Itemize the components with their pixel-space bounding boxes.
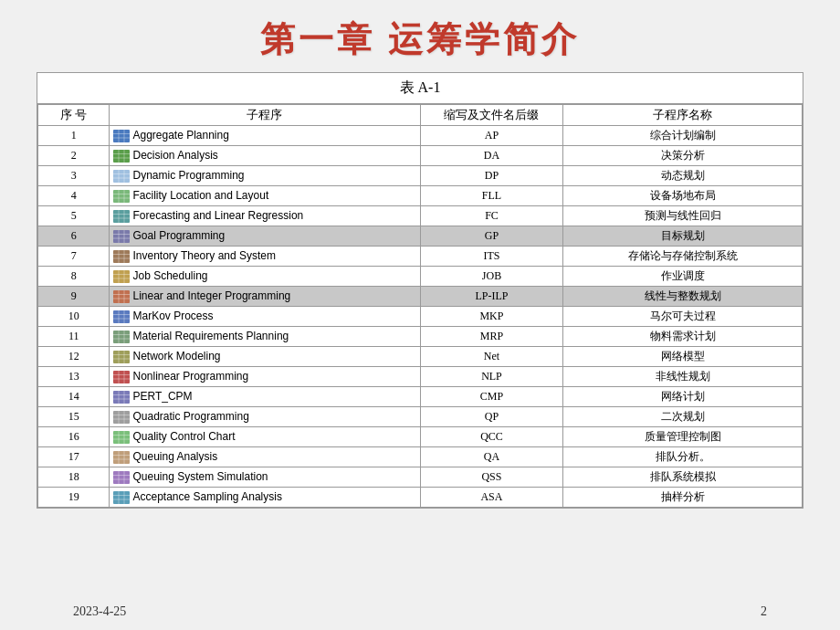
svg-rect-80 (113, 451, 130, 464)
svg-rect-85 (113, 471, 130, 484)
cell-seq: 19 (38, 488, 110, 508)
cell-abbr: QCC (420, 427, 563, 447)
table-row: 10 MarKov ProcessMKP马尔可夫过程 (38, 307, 803, 327)
table-row: 8 Job SchedulingJOB作业调度 (38, 267, 803, 287)
header-prog: 子程序 (110, 105, 420, 126)
cell-name: 预测与线性回归 (563, 206, 803, 226)
prog-label: Aggregate Planning (132, 129, 228, 142)
cell-prog: Material Requirements Planning (110, 327, 420, 347)
cell-prog: Forecasting and Linear Regression (110, 206, 420, 226)
cell-abbr: QSS (420, 467, 563, 488)
cell-seq: 13 (38, 367, 110, 387)
table-row: 12 Network ModelingNet网络模型 (38, 347, 803, 367)
prog-label: Network Modeling (132, 350, 220, 362)
cell-name: 二次规划 (563, 407, 803, 427)
cell-abbr: QP (420, 407, 563, 427)
table-row: 19 Acceptance Sampling AnalysisASA抽样分析 (38, 488, 803, 508)
cell-abbr: ITS (420, 247, 563, 267)
cell-name: 抽样分析 (563, 488, 803, 508)
table-header-row: 序 号 子程序 缩写及文件名后缀 子程序名称 (38, 105, 803, 126)
table-row: 18 Queuing System SimulationQSS排队系统模拟 (38, 467, 803, 488)
row-icon (113, 130, 130, 142)
table-title: 表 A-1 (37, 73, 803, 104)
cell-name: 设备场地布局 (563, 186, 803, 206)
svg-rect-15 (113, 190, 130, 203)
cell-name: 线性与整数规划 (563, 287, 803, 307)
cell-seq: 8 (38, 267, 110, 287)
header-name: 子程序名称 (563, 105, 803, 126)
cell-abbr: NLP (420, 367, 563, 387)
cell-name: 物料需求计划 (563, 327, 803, 347)
cell-seq: 5 (38, 206, 110, 226)
cell-prog: Queuing Analysis (110, 447, 420, 467)
prog-label: Acceptance Sampling Analysis (132, 490, 281, 503)
footer-date: 2023-4-25 (73, 604, 126, 619)
prog-label: Quality Control Chart (132, 430, 235, 443)
svg-rect-90 (113, 491, 130, 504)
cell-abbr: DP (420, 166, 563, 186)
prog-label: Decision Analysis (132, 149, 217, 162)
main-table-container: 表 A-1 序 号 子程序 缩写及文件名后缀 子程序名称 1 Aggregate… (37, 72, 803, 509)
cell-seq: 1 (38, 126, 110, 146)
prog-label: Dynamic Programming (132, 169, 244, 182)
cell-name: 作业调度 (563, 267, 803, 287)
table-row: 6 Goal ProgrammingGP目标规划 (38, 226, 803, 247)
cell-prog: Acceptance Sampling Analysis (110, 488, 420, 508)
cell-seq: 12 (38, 347, 110, 367)
row-icon (113, 250, 130, 263)
table-row: 3 Dynamic ProgrammingDP动态规划 (38, 166, 803, 186)
cell-seq: 2 (38, 146, 110, 166)
cell-seq: 9 (38, 287, 110, 307)
table-row: 9 Linear and Integer ProgrammingLP-ILP线性… (38, 287, 803, 307)
prog-label: Goal Programming (132, 229, 225, 242)
cell-prog: PERT_CPM (110, 387, 420, 407)
prog-label: Quadratic Programming (132, 410, 248, 423)
cell-seq: 17 (38, 447, 110, 467)
cell-name: 动态规划 (563, 166, 803, 186)
slide: 第一章 运筹学简介 表 A-1 序 号 子程序 缩写及文件名后缀 子程序名称 1… (0, 0, 840, 630)
row-icon (113, 230, 130, 243)
cell-seq: 6 (38, 226, 110, 247)
row-icon (113, 170, 130, 183)
row-icon (113, 411, 130, 424)
cell-name: 决策分析 (563, 146, 803, 166)
svg-rect-45 (113, 310, 130, 323)
cell-prog: Facility Location and Layout (110, 186, 420, 206)
data-table: 序 号 子程序 缩写及文件名后缀 子程序名称 1 Aggregate Plann… (37, 104, 803, 508)
cell-abbr: MRP (420, 327, 563, 347)
prog-label: Linear and Integer Programming (132, 289, 290, 302)
header-abbr: 缩写及文件名后缀 (420, 105, 563, 126)
cell-abbr: CMP (420, 387, 563, 407)
cell-name: 非线性规划 (563, 367, 803, 387)
row-icon (113, 190, 130, 203)
cell-seq: 18 (38, 467, 110, 488)
cell-seq: 3 (38, 166, 110, 186)
table-row: 13 Nonlinear ProgrammingNLP非线性规划 (38, 367, 803, 387)
row-icon (113, 391, 130, 404)
cell-abbr: Net (420, 347, 563, 367)
table-row: 5 Forecasting and Linear RegressionFC预测与… (38, 206, 803, 226)
cell-seq: 16 (38, 427, 110, 447)
table-row: 4 Facility Location and LayoutFLL设备场地布局 (38, 186, 803, 206)
cell-name: 排队系统模拟 (563, 467, 803, 488)
cell-seq: 11 (38, 327, 110, 347)
row-icon (113, 270, 130, 283)
table-row: 17 Queuing AnalysisQA排队分析。 (38, 447, 803, 467)
table-row: 2 Decision AnalysisDA决策分析 (38, 146, 803, 166)
row-icon (113, 431, 130, 444)
cell-abbr: QA (420, 447, 563, 467)
cell-seq: 10 (38, 307, 110, 327)
row-icon (113, 331, 130, 343)
cell-prog: Quadratic Programming (110, 407, 420, 427)
cell-prog: Queuing System Simulation (110, 467, 420, 488)
cell-prog: Job Scheduling (110, 267, 420, 287)
cell-name: 网络计划 (563, 387, 803, 407)
svg-rect-60 (113, 371, 130, 383)
cell-abbr: JOB (420, 267, 563, 287)
cell-seq: 14 (38, 387, 110, 407)
row-icon (113, 310, 130, 323)
svg-rect-10 (113, 170, 130, 183)
cell-seq: 15 (38, 407, 110, 427)
prog-label: MarKov Process (132, 310, 213, 322)
svg-rect-75 (113, 431, 130, 444)
